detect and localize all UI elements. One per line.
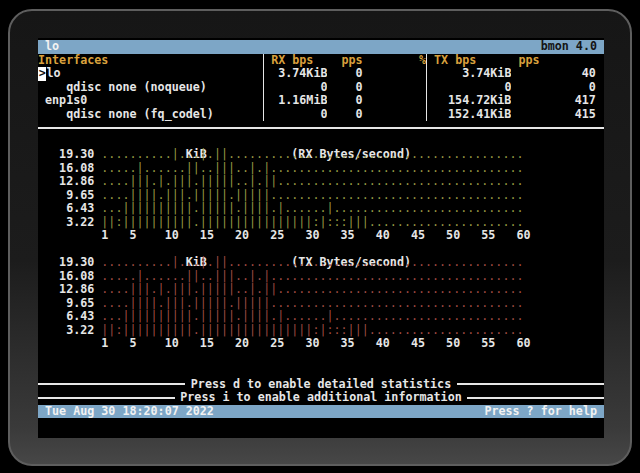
tx-pps-value: 40 bbox=[511, 67, 595, 81]
rx-bps-value: 1.16MiB bbox=[264, 94, 327, 108]
qdisc-row-noqueue[interactable]: qdisc none (noqueue) 0 0 0 0 bbox=[38, 81, 604, 95]
tx-bps-value: 0 bbox=[427, 81, 511, 95]
tx-pps-value: 415 bbox=[511, 108, 595, 122]
clock: Tue Aug 30 18:20:07 2022 bbox=[45, 405, 214, 419]
percent-value bbox=[363, 108, 426, 122]
rx-ytick: 16.08 bbox=[38, 162, 94, 176]
col-header-tx-bps: TX bps bbox=[427, 54, 511, 68]
tx-ytick: 3.22 bbox=[38, 324, 94, 338]
terminal-screen: lo bmon 4.0 Interfaces RX bps pps % TX b… bbox=[38, 38, 604, 438]
col-header-rx-pps: pps bbox=[327, 54, 362, 68]
app-version: bmon 4.0 bbox=[541, 40, 597, 54]
hint-text: Press d to enable detailed statistics bbox=[185, 378, 457, 392]
tx-series-row: ||:||||||||||.||||||||||||||||:|:::|||..… bbox=[94, 324, 523, 338]
interfaces-header: Interfaces RX bps pps % TX bps pps bbox=[38, 54, 604, 68]
rule-left bbox=[38, 397, 175, 399]
tx-series-row: .....|......||..|||..|.|................… bbox=[94, 270, 523, 284]
interface-name: >lo bbox=[38, 67, 263, 81]
hint-text: Press i to enable additional information bbox=[175, 391, 468, 405]
rx-ytick: 19.30 bbox=[38, 148, 94, 162]
rx-bps-value: 3.74KiB bbox=[264, 67, 327, 81]
rx-pps-value: 0 bbox=[327, 94, 362, 108]
status-bar: Tue Aug 30 18:20:07 2022 Press ? for hel… bbox=[38, 405, 604, 419]
tx-series-row: ...||||||||||.|||||.||||.|......|.......… bbox=[94, 310, 523, 324]
tx-ytick: 6.43 bbox=[38, 310, 94, 324]
hint-additional-information: Press i to enable additional information bbox=[38, 391, 604, 405]
rx-series-row: .....|......||..|||..|.|................… bbox=[94, 162, 523, 176]
rx-x-axis: 1 5 10 15 20 25 30 35 40 45 50 55 60 bbox=[38, 229, 604, 243]
rx-series-row: ..........|...|.||......................… bbox=[94, 148, 523, 162]
col-header-percent: % bbox=[363, 54, 426, 68]
tx-ytick: 16.08 bbox=[38, 270, 94, 284]
rx-ytick: 3.22 bbox=[38, 216, 94, 230]
percent-value bbox=[363, 94, 426, 108]
rx-ytick: 9.65 bbox=[38, 189, 94, 203]
tx-bps-value: 152.41KiB bbox=[427, 108, 511, 122]
tx-pps-value: 0 bbox=[511, 81, 595, 95]
rx-series-row: ....|||.|.|||.|||||..|.||...............… bbox=[94, 175, 523, 189]
qdisc-name: qdisc none (fq_codel) bbox=[38, 108, 263, 122]
tx-series-row: ....|||.|.|||.|||||..|.||...............… bbox=[94, 283, 523, 297]
rule-right bbox=[467, 397, 604, 399]
tx-ytick: 12.86 bbox=[38, 283, 94, 297]
rx-ytick: 12.86 bbox=[38, 175, 94, 189]
spacer bbox=[38, 351, 604, 365]
help-hint: Press ? for help bbox=[484, 405, 597, 419]
section-divider bbox=[38, 121, 604, 135]
tx-pps-value: 417 bbox=[511, 94, 595, 108]
rx-series-row: ...||||||||||.|||||.||||.|......|.......… bbox=[94, 202, 523, 216]
qdisc-row-fq-codel[interactable]: qdisc none (fq_codel) 0 0 152.41KiB 415 bbox=[38, 108, 604, 122]
interface-row-lo[interactable]: >lo 3.74KiB 0 3.74KiB 40 bbox=[38, 67, 604, 81]
rx-pps-value: 0 bbox=[327, 81, 362, 95]
col-header-tx-pps: pps bbox=[511, 54, 595, 68]
percent-value bbox=[363, 67, 426, 81]
spacer bbox=[38, 364, 604, 378]
interface-name: enp1s0 bbox=[38, 94, 263, 108]
col-header-rx-bps: RX bps bbox=[264, 54, 327, 68]
rx-pps-value: 0 bbox=[327, 67, 362, 81]
percent-value bbox=[363, 81, 426, 95]
tx-ytick: 9.65 bbox=[38, 297, 94, 311]
hint-detailed-statistics: Press d to enable detailed statistics bbox=[38, 378, 604, 392]
terminal-window: lo bmon 4.0 Interfaces RX bps pps % TX b… bbox=[8, 9, 632, 466]
rule-right bbox=[457, 383, 604, 385]
col-header-interfaces: Interfaces bbox=[38, 54, 263, 68]
tx-bps-value: 3.74KiB bbox=[427, 67, 511, 81]
rx-graph-title-row: KiB(RX Bytes/second) bbox=[38, 135, 604, 149]
tx-ytick: 19.30 bbox=[38, 256, 94, 270]
rule-left bbox=[38, 383, 185, 385]
selected-interface-title: lo bbox=[45, 40, 59, 54]
rx-series-row: ||:||||||||||.||||||||||||||||:|:::|||..… bbox=[94, 216, 523, 230]
title-bar: lo bmon 4.0 bbox=[38, 40, 604, 54]
rx-pps-value: 0 bbox=[327, 108, 362, 122]
rx-bps-value: 0 bbox=[264, 108, 327, 122]
tx-series-row: ....||||.|||.|||||.|||||................… bbox=[94, 297, 523, 311]
rx-ytick: 6.43 bbox=[38, 202, 94, 216]
qdisc-name: qdisc none (noqueue) bbox=[38, 81, 263, 95]
tx-bps-value: 154.72KiB bbox=[427, 94, 511, 108]
tx-series-row: ..........|...|.||......................… bbox=[94, 256, 523, 270]
tx-graph: KiB(TX Bytes/second) 19.30..........|...… bbox=[38, 243, 604, 351]
rx-graph: KiB(RX Bytes/second) 19.30..........|...… bbox=[38, 135, 604, 243]
tx-x-axis: 1 5 10 15 20 25 30 35 40 45 50 55 60 bbox=[38, 337, 604, 351]
interface-row-enp1s0[interactable]: enp1s0 1.16MiB 0 154.72KiB 417 bbox=[38, 94, 604, 108]
rx-series-row: ....||||.|||.|||||.|||||................… bbox=[94, 189, 523, 203]
tx-graph-title-row: KiB(TX Bytes/second) bbox=[38, 243, 604, 257]
rx-bps-value: 0 bbox=[264, 81, 327, 95]
